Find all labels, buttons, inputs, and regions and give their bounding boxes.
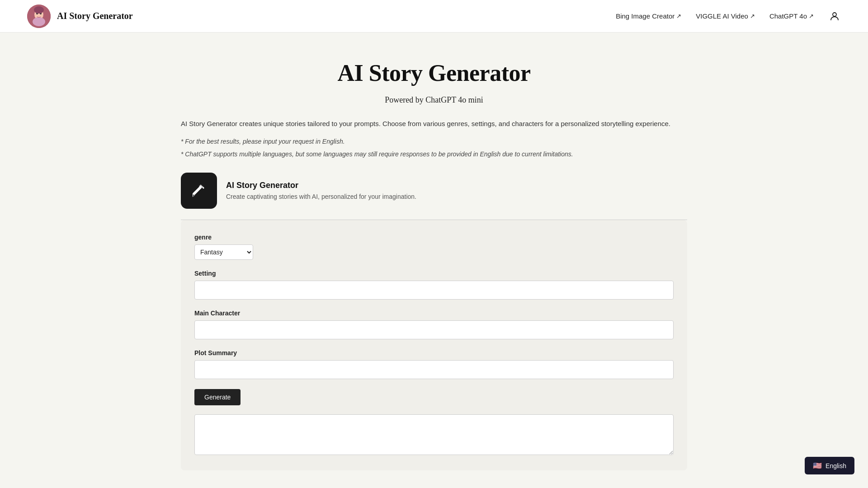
output-textarea[interactable]: [194, 414, 674, 455]
main-character-input[interactable]: [194, 320, 674, 339]
user-account-icon[interactable]: [828, 10, 841, 23]
external-link-icon-bing: ↗: [676, 13, 681, 19]
pencil-icon: [190, 182, 208, 200]
app-icon-box: [181, 173, 217, 209]
app-card-description: Create captivating stories with AI, pers…: [226, 193, 416, 200]
note-english: * For the best results, please input you…: [181, 136, 687, 147]
language-button[interactable]: 🇺🇸 English: [805, 457, 854, 474]
main-content: AI Story Generator Powered by ChatGPT 4o…: [0, 33, 868, 488]
app-card-name: AI Story Generator: [226, 181, 416, 190]
genre-group: genre Fantasy Sci-Fi Mystery Romance Hor…: [194, 234, 674, 260]
plot-summary-label: Plot Summary: [194, 349, 674, 357]
logo-image: [27, 5, 51, 28]
description-text: AI Story Generator creates unique storie…: [181, 118, 687, 129]
header: AI Story Generator Bing Image Creator ↗ …: [0, 0, 868, 33]
external-link-icon-viggle: ↗: [750, 13, 755, 19]
form-section: genre Fantasy Sci-Fi Mystery Romance Hor…: [181, 220, 687, 470]
app-card-text: AI Story Generator Create captivating st…: [226, 181, 416, 200]
flag-icon: 🇺🇸: [813, 461, 822, 470]
external-link-icon-chatgpt: ↗: [809, 13, 814, 19]
site-title: AI Story Generator: [57, 11, 133, 21]
logo-area: AI Story Generator: [27, 5, 133, 28]
svg-point-2: [33, 17, 45, 26]
plot-summary-input[interactable]: [194, 360, 674, 379]
nav-chatgpt[interactable]: ChatGPT 4o ↗: [769, 12, 814, 20]
svg-point-6: [833, 13, 836, 16]
powered-by-text: Powered by ChatGPT 4o mini: [181, 95, 687, 105]
genre-label: genre: [194, 234, 674, 241]
svg-point-5: [34, 6, 44, 14]
nav-bing-label: Bing Image Creator: [616, 12, 675, 20]
setting-input[interactable]: [194, 281, 674, 300]
main-character-group: Main Character: [194, 310, 674, 339]
nav-chatgpt-label: ChatGPT 4o: [769, 12, 807, 20]
setting-label: Setting: [194, 270, 674, 277]
language-label: English: [826, 462, 846, 469]
header-nav: Bing Image Creator ↗ VIGGLE AI Video ↗ C…: [616, 10, 841, 23]
nav-viggle-label: VIGGLE AI Video: [696, 12, 748, 20]
nav-bing-image-creator[interactable]: Bing Image Creator ↗: [616, 12, 681, 20]
app-card: AI Story Generator Create captivating st…: [181, 173, 687, 220]
page-title: AI Story Generator: [181, 60, 687, 86]
genre-select[interactable]: Fantasy Sci-Fi Mystery Romance Horror Ad…: [194, 244, 253, 260]
generate-button[interactable]: Generate: [194, 389, 241, 405]
setting-group: Setting: [194, 270, 674, 300]
note-languages: * ChatGPT supports multiple languages, b…: [181, 149, 687, 160]
plot-summary-group: Plot Summary: [194, 349, 674, 379]
nav-viggle-ai[interactable]: VIGGLE AI Video ↗: [696, 12, 755, 20]
main-character-label: Main Character: [194, 310, 674, 317]
